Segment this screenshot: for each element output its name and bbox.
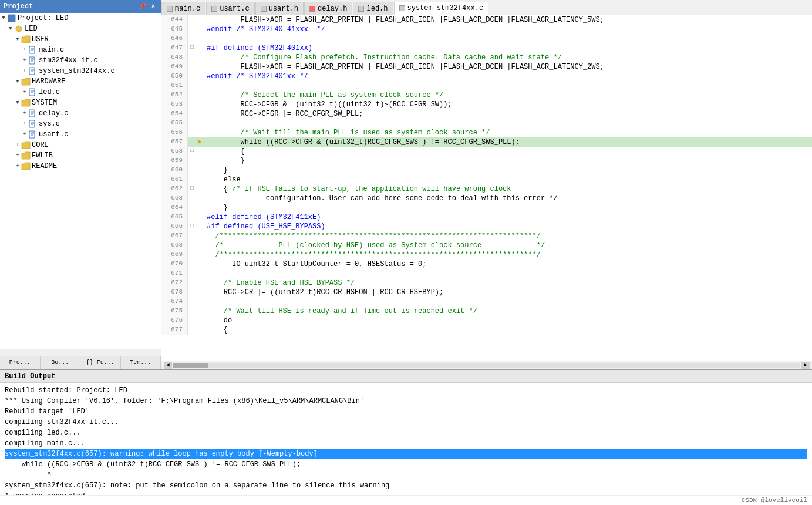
line-content[interactable]: { /* If HSE fails to start-up, the appli…	[204, 184, 511, 194]
line-content[interactable]: FLASH->ACR = FLASH_ACR_PRFTEN | FLASH_AC…	[204, 62, 604, 72]
editor-tab-delay-h[interactable]: delay.h	[304, 2, 352, 15]
tree-expander[interactable]: ▼	[14, 100, 21, 106]
tree-item-label: led.c	[39, 88, 60, 96]
tree-expander[interactable]: +	[21, 89, 28, 95]
hscroll-track[interactable]	[173, 363, 800, 368]
tree-expander[interactable]: +	[14, 142, 21, 148]
line-arrow	[196, 128, 204, 137]
pin-icon[interactable]: 📌	[139, 2, 147, 11]
tree-expander[interactable]: ▼	[14, 79, 21, 85]
sidebar-tab[interactable]: Pro...	[0, 356, 41, 369]
hscroll-right-btn[interactable]: ▶	[801, 362, 810, 369]
line-content[interactable]	[204, 34, 207, 43]
line-content[interactable]	[204, 269, 207, 278]
code-line: 665#elif defined (STM32F411xE)	[161, 213, 812, 222]
tree-item-sys-c[interactable]: +sys.c	[0, 119, 161, 129]
line-content[interactable]: {	[204, 147, 245, 156]
tree-expander[interactable]: +	[21, 110, 28, 116]
tree-item-delay-c[interactable]: +delay.c	[0, 108, 161, 119]
editor-tab-usart-h[interactable]: usart.h	[255, 2, 304, 15]
close-icon[interactable]: ×	[149, 2, 157, 11]
line-content[interactable]	[204, 119, 207, 128]
line-content[interactable]: RCC->CFGR |= RCC_CFGR_SW_PLL;	[204, 109, 363, 119]
hscroll-thumb[interactable]	[173, 363, 208, 368]
line-content[interactable]: }	[204, 203, 228, 213]
tree-item-user-folder[interactable]: ▼USER	[0, 34, 161, 45]
line-content[interactable]: do	[204, 316, 232, 325]
line-content[interactable]: /***************************************…	[204, 250, 541, 260]
tree-expander[interactable]: +	[21, 58, 28, 63]
tree-expander[interactable]: ▼	[14, 36, 21, 42]
sidebar-tab[interactable]: Tem...	[121, 356, 161, 369]
line-content[interactable]: FLASH->ACR = FLASH_ACR_PRFTEN | FLASH_AC…	[204, 15, 604, 25]
hscroll-left-btn[interactable]: ◀	[164, 362, 172, 369]
tree-item-stm32f4xx-it-c[interactable]: +stm32f4xx_it.c	[0, 55, 161, 66]
code-line: 666□#if defined (USE_HSE_BYPASS)	[161, 222, 812, 231]
tree-item-label: system_stm32f4xx.c	[39, 67, 115, 75]
line-fold[interactable]: □	[188, 222, 196, 231]
line-content[interactable]	[204, 81, 207, 90]
line-content[interactable]	[204, 297, 207, 307]
line-content[interactable]: }	[204, 166, 228, 175]
line-fold[interactable]: □	[188, 147, 196, 156]
line-content[interactable]: }	[204, 156, 245, 166]
tree-item-system-folder[interactable]: ▼SYSTEM	[0, 97, 161, 108]
tree-item-hardware-folder[interactable]: ▼HARDWARE	[0, 76, 161, 87]
line-content[interactable]: /* Enable HSE and HSE BYPASS */	[204, 278, 355, 288]
tree-expander[interactable]: ▼	[7, 26, 14, 32]
line-content[interactable]: {	[204, 325, 228, 335]
tree-item-main-c[interactable]: +main.c	[0, 45, 161, 55]
tree-item-usart-c-sys[interactable]: +usart.c	[0, 129, 161, 140]
line-content[interactable]: while ((RCC->CFGR & (uint32_t)RCC_CFGR_S…	[204, 137, 520, 147]
line-content[interactable]: /***************************************…	[204, 231, 541, 241]
line-fold[interactable]: □	[188, 184, 196, 194]
sidebar-hscroll[interactable]	[0, 349, 161, 356]
line-fold	[188, 62, 196, 72]
line-content[interactable]: /* Wait till the main PLL is used as sys…	[204, 128, 490, 137]
line-content[interactable]: #endif /* STM32F40_41xxx */	[204, 25, 325, 34]
line-content[interactable]: /* Wait till HSE is ready and if Time ou…	[204, 307, 477, 316]
line-content[interactable]: configuration. User can add here some co…	[204, 194, 558, 203]
tree-item-fwlib-folder[interactable]: +FWLIB	[0, 150, 161, 161]
build-output-content[interactable]: Rebuild started: Project: LED*** Using C…	[0, 383, 812, 495]
code-editor[interactable]: 644 FLASH->ACR = FLASH_ACR_PRFTEN | FLAS…	[161, 15, 812, 361]
line-content[interactable]: #if defined (USE_HSE_BYPASS)	[204, 222, 325, 231]
tree-item-project-led[interactable]: ▼Project: LED	[0, 13, 161, 23]
tree-item-readme-folder[interactable]: +README	[0, 161, 161, 171]
folder-icon	[21, 77, 31, 86]
tree-expander[interactable]: +	[21, 47, 28, 53]
code-line: 657▶ while ((RCC->CFGR & (uint32_t)RCC_C…	[161, 137, 812, 147]
line-content[interactable]: __IO uint32_t StartUpCounter = 0, HSESta…	[204, 260, 426, 269]
line-content[interactable]: /* PLL (clocked by HSE) used as System c…	[204, 241, 545, 250]
tree-item-system-stm32f4xx-c[interactable]: +system_stm32f4xx.c	[0, 66, 161, 76]
editor-tab-system_stm32f4xx-c[interactable]: system_stm32f4xx.c	[394, 2, 489, 15]
tree-item-label: usart.c	[39, 130, 68, 139]
line-arrow	[196, 175, 204, 184]
line-content[interactable]: /* Select the main PLL as system clock s…	[204, 90, 443, 100]
tree-expander[interactable]: +	[21, 121, 28, 127]
tree-expander[interactable]: +	[21, 68, 28, 74]
line-content[interactable]: #elif defined (STM32F411xE)	[204, 213, 321, 222]
sidebar-tab[interactable]: {} Fu...	[80, 356, 121, 369]
sidebar-tab[interactable]: Bo...	[41, 356, 81, 369]
build-line: *** Using Compiler 'V6.16', folder: 'F:\…	[5, 396, 807, 406]
editor-tab-usart-c[interactable]: usart.c	[206, 2, 254, 15]
editor-tab-led-h[interactable]: led.h	[353, 2, 393, 15]
tree-expander[interactable]: +	[21, 132, 28, 137]
line-content[interactable]: #endif /* STM32F401xx */	[204, 72, 308, 81]
line-fold[interactable]: □	[188, 43, 196, 53]
line-content[interactable]: /* Configure Flash prefetch. Instruction…	[204, 53, 562, 62]
tree-item-led-root[interactable]: ▼LED	[0, 23, 161, 34]
tree-item-led-c[interactable]: +led.c	[0, 87, 161, 97]
line-content[interactable]: #if defined (STM32F401xx)	[204, 43, 312, 53]
tree-expander[interactable]: +	[14, 153, 21, 159]
editor-tab-main-c[interactable]: main.c	[161, 2, 205, 15]
tree-expander[interactable]: ▼	[0, 15, 7, 21]
editor-hscroll[interactable]: ◀ ▶	[161, 361, 812, 369]
line-number: 652	[161, 90, 188, 100]
tree-expander[interactable]: +	[14, 163, 21, 169]
line-content[interactable]: RCC->CR |= ((uint32_t)RCC_CR_HSEON | RCC…	[204, 288, 443, 297]
line-content[interactable]: RCC->CFGR &= (uint32_t)((uint32_t)~(RCC_…	[204, 100, 452, 109]
line-content[interactable]: else	[204, 175, 241, 184]
tree-item-core-folder[interactable]: +CORE	[0, 140, 161, 150]
